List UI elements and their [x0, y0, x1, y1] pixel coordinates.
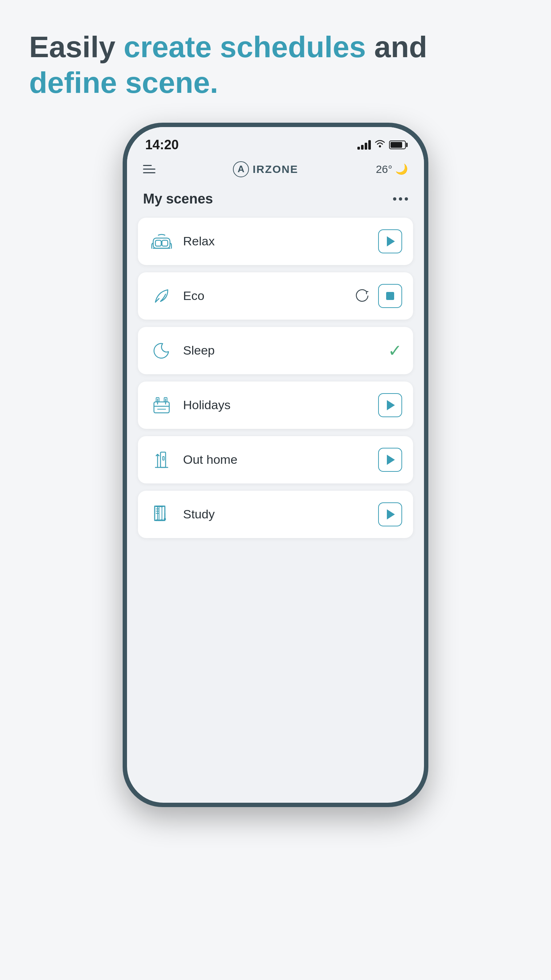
- temperature-display: 26°: [376, 163, 392, 175]
- dot-2: [399, 197, 402, 200]
- out-home-play-button[interactable]: [378, 448, 402, 472]
- header-line1-plain: Easily: [29, 30, 124, 64]
- menu-line-3: [143, 172, 156, 173]
- study-icon: [149, 502, 174, 527]
- relax-icon: [149, 229, 174, 254]
- header-line2: define scene.: [29, 66, 218, 99]
- play-triangle-icon: [387, 509, 395, 520]
- weather-info: 26° 🌙: [376, 163, 408, 175]
- status-time: 14:20: [145, 137, 179, 153]
- scene-card-holidays[interactable]: Holidays: [138, 382, 413, 429]
- phone-device: 14:20: [123, 123, 428, 807]
- page-header: Easily create schedules and define scene…: [0, 0, 551, 123]
- wifi-icon: [375, 139, 386, 150]
- header-line1-highlight: create schedules: [124, 30, 366, 64]
- svg-rect-8: [163, 457, 164, 460]
- relax-actions: [378, 229, 402, 253]
- stop-square-icon: [386, 292, 394, 300]
- scene-card-eco[interactable]: Eco: [138, 272, 413, 320]
- app-logo: A IRZONE: [233, 161, 298, 177]
- scene-card-sleep[interactable]: Sleep ✓: [138, 327, 413, 374]
- svg-point-0: [379, 145, 381, 148]
- eco-stop-button[interactable]: [378, 284, 402, 308]
- more-options-button[interactable]: [393, 197, 408, 200]
- status-icons: [357, 139, 406, 150]
- menu-line-2: [143, 169, 156, 170]
- hamburger-menu-button[interactable]: [143, 165, 156, 173]
- sleep-label: Sleep: [183, 343, 379, 358]
- active-checkmark-icon: ✓: [388, 342, 402, 359]
- play-triangle-icon: [387, 455, 395, 465]
- phone-screen: 14:20: [127, 127, 424, 803]
- relax-label: Relax: [183, 234, 369, 248]
- scene-card-study[interactable]: Study: [138, 491, 413, 538]
- svg-rect-3: [162, 240, 168, 246]
- eco-actions: [353, 284, 402, 308]
- eco-label: Eco: [183, 289, 344, 303]
- holidays-play-button[interactable]: [378, 393, 402, 417]
- sleep-actions: ✓: [388, 342, 402, 359]
- play-triangle-icon: [387, 400, 395, 410]
- out-home-actions: [378, 448, 402, 472]
- holidays-label: Holidays: [183, 398, 369, 412]
- svg-rect-2: [156, 240, 161, 246]
- refresh-icon: [353, 286, 372, 305]
- logo-name: IRZONE: [252, 163, 298, 175]
- sleep-icon: [149, 338, 174, 363]
- status-bar: 14:20: [127, 127, 424, 156]
- scenes-header: My scenes: [127, 184, 424, 215]
- out-home-icon: [149, 447, 174, 473]
- eco-icon: [149, 283, 174, 309]
- study-play-button[interactable]: [378, 503, 402, 527]
- study-actions: [378, 503, 402, 527]
- scene-card-out-home[interactable]: Out home: [138, 436, 413, 484]
- study-label: Study: [183, 507, 369, 521]
- dot-1: [393, 197, 396, 200]
- app-header: A IRZONE 26° 🌙: [127, 156, 424, 184]
- svg-rect-4: [154, 402, 169, 413]
- relax-play-button[interactable]: [378, 229, 402, 253]
- weather-icon: 🌙: [395, 163, 408, 175]
- signal-icon: [357, 140, 371, 150]
- menu-line-1: [143, 165, 152, 166]
- logo-icon: A: [233, 161, 249, 177]
- play-triangle-icon: [387, 236, 395, 247]
- header-text: Easily create schedules and define scene…: [29, 29, 522, 101]
- holidays-actions: [378, 393, 402, 417]
- header-line1-end: and: [366, 30, 427, 64]
- battery-icon: [389, 140, 406, 149]
- dot-3: [405, 197, 408, 200]
- scene-card-relax[interactable]: Relax: [138, 218, 413, 265]
- scenes-title: My scenes: [143, 191, 213, 207]
- scenes-list: Relax Eco: [127, 215, 424, 803]
- out-home-label: Out home: [183, 452, 369, 467]
- holidays-icon: [149, 393, 174, 418]
